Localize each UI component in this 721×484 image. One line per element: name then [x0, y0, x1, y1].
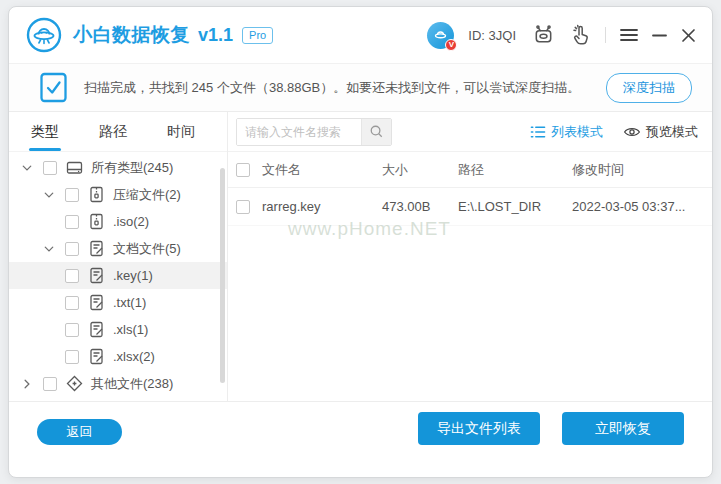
cell-size: 473.00B — [382, 199, 458, 214]
chevron-down-icon[interactable] — [43, 242, 56, 255]
app-logo-icon — [25, 16, 63, 54]
cell-modified: 2022-03-05 03:37... — [572, 199, 712, 214]
tree-item-iso[interactable]: .iso(2) — [9, 208, 227, 235]
tree-checkbox[interactable] — [65, 242, 79, 256]
export-file-list-button[interactable]: 导出文件列表 — [418, 412, 540, 445]
app-version: v1.1 — [198, 25, 233, 46]
search-input[interactable] — [237, 119, 361, 145]
content-toolbar: 列表模式 预览模式 — [228, 112, 712, 152]
document-icon — [88, 348, 105, 365]
preview-mode-label: 预览模式 — [646, 123, 698, 141]
tree-label: 所有类型(245) — [91, 159, 173, 177]
tab-time[interactable]: 时间 — [167, 112, 195, 151]
title-bar: 小白数据恢复 v1.1 Pro V ID: 3JQI — [9, 7, 712, 63]
search-box — [236, 118, 392, 146]
deep-scan-button[interactable]: 深度扫描 — [606, 73, 692, 103]
main-area: 类型 路径 时间 所有类型(245) — [9, 112, 712, 401]
tree-item-other-files[interactable]: 其他文件(238) — [9, 370, 227, 397]
vip-badge: V — [445, 39, 457, 51]
tree-item-document-files[interactable]: 文档文件(5) — [9, 235, 227, 262]
tree-item-all-types[interactable]: 所有类型(245) — [9, 154, 227, 181]
search-button[interactable] — [361, 119, 391, 145]
titlebar-divider — [605, 27, 606, 43]
document-icon — [88, 240, 105, 257]
tree-checkbox[interactable] — [65, 188, 79, 202]
tree-checkbox[interactable] — [43, 377, 57, 391]
list-icon — [530, 125, 546, 139]
tab-path[interactable]: 路径 — [99, 112, 127, 151]
back-button[interactable]: 返回 — [37, 419, 122, 445]
col-size: 大小 — [382, 161, 458, 179]
chevron-down-icon[interactable] — [43, 188, 56, 201]
col-modified: 修改时间 — [572, 161, 712, 179]
app-window: 小白数据恢复 v1.1 Pro V ID: 3JQI — [8, 6, 713, 478]
document-icon — [88, 321, 105, 338]
tree-item-archive-files[interactable]: 压缩文件(2) — [9, 181, 227, 208]
row-checkbox[interactable] — [236, 200, 250, 214]
tree-item-txt[interactable]: .txt(1) — [9, 289, 227, 316]
chevron-right-icon[interactable] — [21, 377, 34, 390]
tree-checkbox[interactable] — [65, 215, 79, 229]
sidebar-scrollbar[interactable] — [220, 168, 225, 383]
tree-label: 文档文件(5) — [113, 240, 181, 258]
tab-type[interactable]: 类型 — [31, 112, 59, 151]
tree-label: .txt(1) — [113, 295, 146, 310]
table-row[interactable]: rarreg.key 473.00B E:\.LOST_DIR 2022-03-… — [228, 188, 712, 226]
scan-summary-text: 扫描完成，共找到 245 个文件（38.88GB）。如要还未找到文件，可以尝试深… — [84, 79, 580, 97]
minimize-icon[interactable] — [652, 28, 667, 42]
document-icon — [88, 294, 105, 311]
preview-mode-button[interactable]: 预览模式 — [623, 123, 698, 141]
customer-service-robot-icon[interactable] — [532, 24, 555, 47]
recover-now-button[interactable]: 立即恢复 — [562, 412, 684, 445]
archive-icon — [88, 186, 105, 203]
sidebar: 类型 路径 时间 所有类型(245) — [9, 112, 228, 401]
drive-icon — [66, 159, 83, 176]
tree-item-xlsx[interactable]: .xlsx(2) — [9, 343, 227, 370]
content-area: 列表模式 预览模式 文件名 大小 路径 修改时间 — [228, 112, 712, 401]
document-icon — [88, 267, 105, 284]
scan-result-banner: 扫描完成，共找到 245 个文件（38.88GB）。如要还未找到文件，可以尝试深… — [9, 63, 712, 112]
tree-label: 其他文件(238) — [91, 375, 173, 393]
tree-label: .xls(1) — [113, 322, 148, 337]
tree-item-key[interactable]: .key(1) — [9, 262, 227, 289]
tree-label: .iso(2) — [113, 214, 149, 229]
footer-bar: 返回 导出文件列表 立即恢复 — [9, 401, 712, 477]
app-title: 小白数据恢复 — [73, 22, 190, 48]
eye-icon — [623, 125, 641, 139]
file-type-tree: 所有类型(245) 压缩文件(2) — [9, 152, 227, 397]
col-filename: 文件名 — [262, 161, 382, 179]
touch-hand-icon[interactable] — [569, 24, 591, 46]
list-mode-button[interactable]: 列表模式 — [530, 123, 603, 141]
tree-checkbox[interactable] — [65, 296, 79, 310]
select-all-checkbox[interactable] — [236, 163, 250, 177]
tree-label: .key(1) — [113, 268, 153, 283]
tree-checkbox[interactable] — [65, 350, 79, 364]
close-icon[interactable] — [681, 28, 696, 43]
tree-checkbox[interactable] — [43, 161, 57, 175]
tree-label: 压缩文件(2) — [113, 186, 181, 204]
list-mode-label: 列表模式 — [551, 123, 603, 141]
user-avatar[interactable]: V — [427, 22, 454, 49]
tree-checkbox[interactable] — [65, 269, 79, 283]
menu-icon[interactable] — [620, 28, 638, 42]
tree-checkbox[interactable] — [65, 323, 79, 337]
chevron-down-icon[interactable] — [21, 161, 34, 174]
archive-icon — [88, 213, 105, 230]
cell-path: E:\.LOST_DIR — [458, 199, 572, 214]
tree-item-xls[interactable]: .xls(1) — [9, 316, 227, 343]
pro-badge: Pro — [242, 27, 273, 44]
table-header: 文件名 大小 路径 修改时间 — [228, 152, 712, 188]
sidebar-tabs: 类型 路径 时间 — [9, 112, 227, 152]
scan-complete-icon — [39, 72, 68, 103]
cell-filename: rarreg.key — [262, 199, 382, 214]
search-icon — [369, 124, 384, 139]
other-files-icon — [66, 375, 83, 392]
tree-label: .xlsx(2) — [113, 349, 155, 364]
col-path: 路径 — [458, 161, 572, 179]
user-id: ID: 3JQI — [468, 28, 516, 43]
